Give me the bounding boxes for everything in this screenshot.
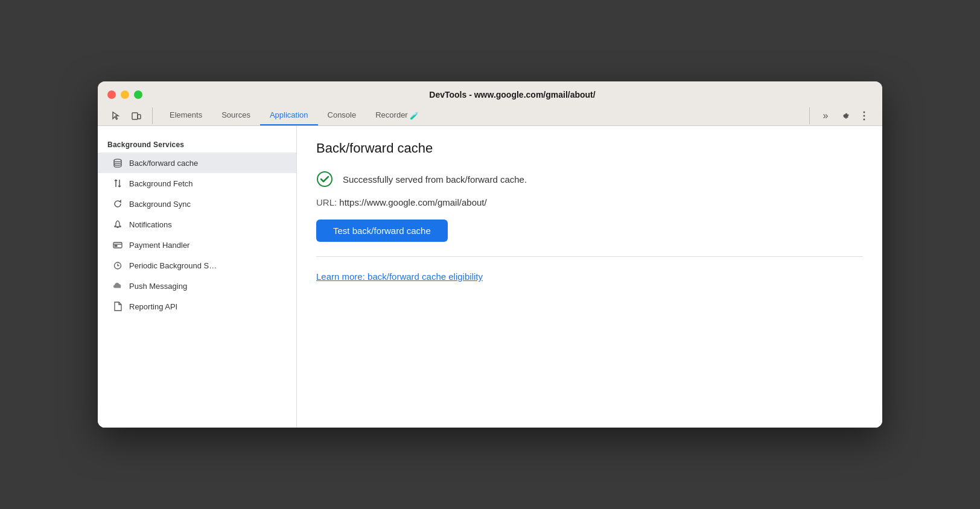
svg-rect-0 (132, 113, 138, 119)
svg-point-5 (114, 159, 121, 162)
sidebar-item-push-messaging[interactable]: Push Messaging (98, 276, 296, 296)
device-toolbar-icon-button[interactable] (128, 107, 145, 124)
toolbar-right: » (809, 107, 873, 124)
clock-icon (112, 260, 123, 271)
close-button[interactable] (107, 90, 116, 99)
database-icon (112, 157, 123, 168)
svg-rect-1 (138, 115, 141, 119)
svg-rect-7 (115, 245, 117, 247)
content-title: Back/forward cache (316, 141, 863, 156)
sidebar-item-periodic-background-sync[interactable]: Periodic Background S… (98, 255, 296, 276)
main-content: Background Services Back/forward cache (98, 126, 882, 428)
url-row: URL: https://www.google.com/gmail/about/ (316, 197, 863, 207)
tab-sources[interactable]: Sources (212, 106, 260, 125)
tab-console[interactable]: Console (318, 106, 366, 125)
toolbar-icons (107, 107, 153, 124)
svg-point-9 (317, 172, 332, 186)
tabs: Elements Sources Application Console Rec… (160, 106, 802, 126)
sidebar-item-payment-handler[interactable]: Payment Handler (98, 235, 296, 255)
recorder-flask-icon: 🧪 (410, 111, 419, 119)
cache-status-section: Successfully served from back/forward ca… (316, 171, 863, 257)
card-icon (112, 239, 123, 250)
titlebar: DevTools - www.google.com/gmail/about/ E… (98, 81, 882, 127)
sidebar-item-label: Background Fetch (129, 179, 193, 188)
more-options-button[interactable] (856, 107, 873, 124)
toolbar: Elements Sources Application Console Rec… (107, 106, 873, 126)
sidebar-item-label: Payment Handler (129, 241, 189, 250)
document-icon (112, 301, 123, 312)
settings-button[interactable] (836, 107, 853, 124)
devtools-window: DevTools - www.google.com/gmail/about/ E… (98, 81, 882, 428)
learn-more-link[interactable]: Learn more: back/forward cache eligibili… (316, 271, 483, 282)
url-value: https://www.google.com/gmail/about/ (339, 197, 486, 207)
tab-recorder[interactable]: Recorder 🧪 (366, 106, 428, 126)
url-label: URL: (316, 197, 337, 207)
sidebar-item-back-forward-cache[interactable]: Back/forward cache (98, 153, 296, 173)
svg-point-2 (864, 111, 865, 113)
sidebar-item-background-sync[interactable]: Background Sync (98, 194, 296, 214)
sidebar: Background Services Back/forward cache (98, 126, 297, 428)
content-panel: Back/forward cache Successfully served f… (297, 126, 882, 428)
minimize-button[interactable] (121, 90, 129, 99)
success-checkmark-icon (316, 171, 333, 188)
sidebar-item-label: Reporting API (129, 302, 177, 311)
tab-elements[interactable]: Elements (160, 106, 212, 125)
bell-icon (112, 219, 123, 230)
svg-point-4 (864, 118, 865, 120)
svg-point-3 (864, 115, 865, 116)
traffic-lights (107, 90, 142, 99)
sidebar-section-title: Background Services (98, 136, 296, 153)
window-title: DevTools - www.google.com/gmail/about/ (152, 90, 873, 100)
learn-more-section: Learn more: back/forward cache eligibili… (316, 271, 863, 282)
sidebar-item-label: Background Sync (129, 200, 191, 209)
tab-application[interactable]: Application (260, 106, 318, 125)
cloud-icon (112, 280, 123, 291)
sidebar-item-background-fetch[interactable]: Background Fetch (98, 173, 296, 194)
arrows-up-down-icon (112, 178, 123, 189)
sidebar-item-notifications[interactable]: Notifications (98, 214, 296, 235)
test-back-forward-cache-button[interactable]: Test back/forward cache (316, 220, 448, 242)
sidebar-item-label: Notifications (129, 220, 172, 229)
sync-icon (112, 198, 123, 209)
more-tabs-button[interactable]: » (817, 107, 834, 124)
sidebar-item-label: Push Messaging (129, 282, 187, 291)
sidebar-item-label: Back/forward cache (129, 159, 198, 168)
sidebar-item-label: Periodic Background S… (129, 261, 217, 270)
cursor-icon-button[interactable] (107, 107, 124, 124)
maximize-button[interactable] (134, 90, 142, 99)
success-row: Successfully served from back/forward ca… (316, 171, 863, 188)
success-text: Successfully served from back/forward ca… (343, 174, 527, 185)
sidebar-item-reporting-api[interactable]: Reporting API (98, 296, 296, 317)
